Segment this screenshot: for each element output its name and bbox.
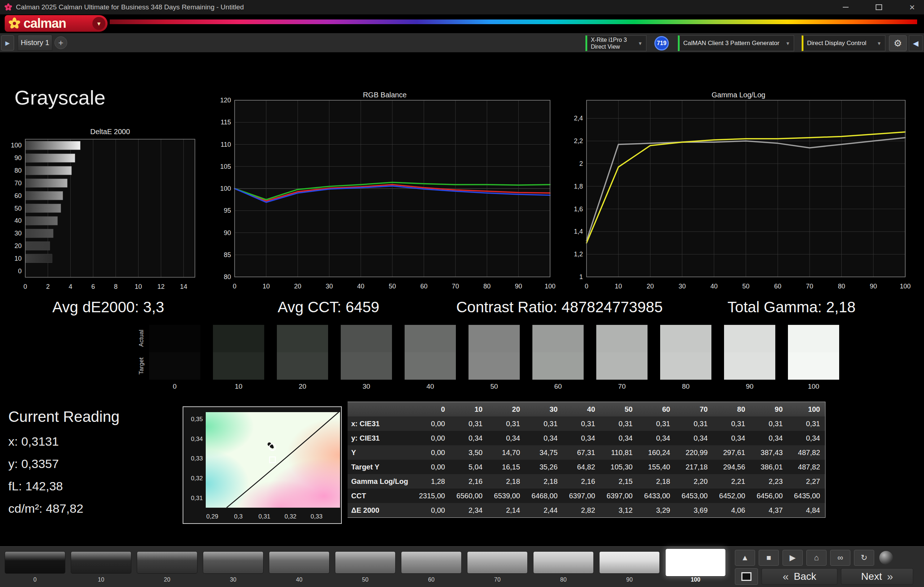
svg-text:80: 80: [15, 167, 21, 174]
logo-dropdown-button[interactable]: ▼: [92, 17, 106, 30]
table-cell: 294,56: [713, 460, 751, 474]
svg-text:2,2: 2,2: [574, 137, 583, 145]
grayscale-swatch-50: 50: [469, 325, 520, 390]
svg-text:1,2: 1,2: [574, 251, 583, 258]
settings-button[interactable]: ⚙: [889, 35, 907, 51]
play-button[interactable]: ▶: [782, 550, 803, 566]
tab-history-1[interactable]: History 1: [18, 35, 52, 51]
swatch-actual: [213, 325, 264, 352]
table-cell: 6397,00: [600, 488, 638, 503]
close-button[interactable]: ×: [904, 0, 921, 15]
svg-text:50: 50: [742, 283, 749, 290]
table-header-cell: 100: [788, 402, 825, 417]
pattern-level-button-0[interactable]: [5, 551, 65, 574]
up-button[interactable]: ▲: [735, 550, 755, 566]
svg-text:20: 20: [294, 283, 301, 290]
svg-text:100: 100: [900, 283, 911, 290]
pattern-level-label: 0: [5, 577, 65, 583]
pattern-level-cell-30: 30: [203, 549, 264, 585]
pattern-level-button-100[interactable]: [665, 548, 726, 577]
pattern-window-icon: [741, 572, 751, 581]
pattern-level-button-30[interactable]: [203, 551, 264, 574]
pattern-level-button-80[interactable]: [533, 551, 594, 574]
panel-expander-button[interactable]: ▶: [1, 35, 14, 51]
table-cell: 3,50: [450, 445, 488, 460]
table-cell: 2,18: [488, 474, 525, 488]
swatch-actual: [469, 325, 520, 352]
table-body: x: CIE310,000,310,310,310,310,310,310,31…: [348, 416, 825, 518]
swatch-actual: [341, 325, 392, 352]
play-icon: ▶: [790, 553, 796, 562]
svg-text:60: 60: [15, 192, 21, 199]
add-tab-button[interactable]: +: [54, 36, 67, 49]
refresh-icon: ↻: [861, 553, 867, 562]
meter-count-badge[interactable]: 719: [654, 36, 669, 51]
maximize-button[interactable]: [871, 0, 887, 15]
table-row-label: x: CIE31: [348, 416, 412, 431]
pattern-generator-dropdown[interactable]: CalMAN Client 3 Pattern Generator ▼: [678, 35, 794, 51]
pattern-level-button-10[interactable]: [71, 551, 131, 574]
home-button[interactable]: ⌂: [806, 550, 827, 566]
refresh-button[interactable]: ↻: [854, 550, 874, 566]
table-cell: 0,34: [525, 431, 563, 445]
pattern-level-button-90[interactable]: [599, 551, 660, 574]
pattern-level-label: 50: [335, 577, 396, 583]
grayscale-swatch-10: 10: [213, 325, 264, 390]
pattern-level-button-70[interactable]: [467, 551, 528, 574]
svg-text:6: 6: [91, 283, 95, 290]
sphere-indicator: [879, 551, 893, 565]
gear-icon: ⚙: [894, 38, 902, 49]
svg-text:1: 1: [579, 273, 583, 281]
calman-logo-button[interactable]: calman ▼: [5, 15, 107, 32]
close-icon: ×: [909, 3, 915, 12]
minimize-button[interactable]: [837, 0, 854, 15]
chevron-down-icon: ▼: [634, 40, 642, 47]
logo-wordmark: calman: [23, 16, 92, 31]
grayscale-table: 0102030405060708090100 x: CIE310,000,310…: [348, 402, 825, 518]
svg-text:1,4: 1,4: [574, 228, 583, 235]
pattern-level-button-50[interactable]: [335, 551, 396, 574]
svg-text:20: 20: [15, 242, 21, 250]
svg-text:90: 90: [224, 229, 231, 237]
table-cell: 16,15: [488, 460, 525, 474]
back-button[interactable]: « Back: [762, 568, 837, 585]
pattern-level-cell-0: 0: [5, 549, 65, 585]
plus-icon: +: [58, 38, 63, 48]
collapse-panel-button[interactable]: ◀: [909, 35, 922, 51]
svg-text:0,31: 0,31: [191, 495, 203, 501]
meter-dropdown[interactable]: X-Rite i1Pro 3 Direct View ▼: [586, 35, 647, 51]
table-cell: 0,34: [450, 431, 488, 445]
next-button[interactable]: Next »: [841, 568, 913, 585]
svg-text:2: 2: [579, 160, 583, 167]
table-header-cell: 0: [412, 402, 450, 417]
svg-text:40: 40: [710, 283, 718, 290]
continuous-button[interactable]: ∞: [830, 550, 850, 566]
swatch-actual: [596, 325, 647, 352]
display-control-dropdown[interactable]: Direct Display Control ▼: [802, 35, 885, 51]
svg-text:0: 0: [18, 268, 21, 275]
table-cell: 0,31: [638, 416, 675, 431]
swatch-row-label-target: Target: [138, 350, 145, 382]
pattern-level-button-60[interactable]: [401, 551, 462, 574]
stop-icon: ■: [766, 553, 771, 562]
svg-text:60: 60: [420, 283, 427, 290]
table-header-cell: 60: [638, 402, 675, 417]
stat-avg-cct: Avg CCT: 6459: [238, 299, 419, 316]
pattern-level-button-40[interactable]: [269, 551, 330, 574]
table-cell: 217,18: [675, 460, 713, 474]
table-cell: 5,04: [450, 460, 488, 474]
table-header-cell: 90: [751, 402, 788, 417]
svg-text:80: 80: [224, 273, 231, 281]
table-cell: 0,31: [751, 416, 788, 431]
pattern-window-button[interactable]: [735, 568, 758, 585]
stop-button[interactable]: ■: [759, 550, 779, 566]
pattern-level-button-20[interactable]: [137, 551, 198, 574]
pattern-level-cell-100: 100: [665, 549, 726, 585]
table-cell: 2,18: [525, 474, 563, 488]
table-cell: 2315,00: [412, 488, 450, 503]
svg-text:10: 10: [135, 283, 142, 290]
table-header-cell: 20: [488, 402, 525, 417]
table-cell: 0,31: [713, 416, 751, 431]
swatch-label: 50: [469, 383, 520, 390]
table-cell: 2,44: [525, 503, 563, 518]
